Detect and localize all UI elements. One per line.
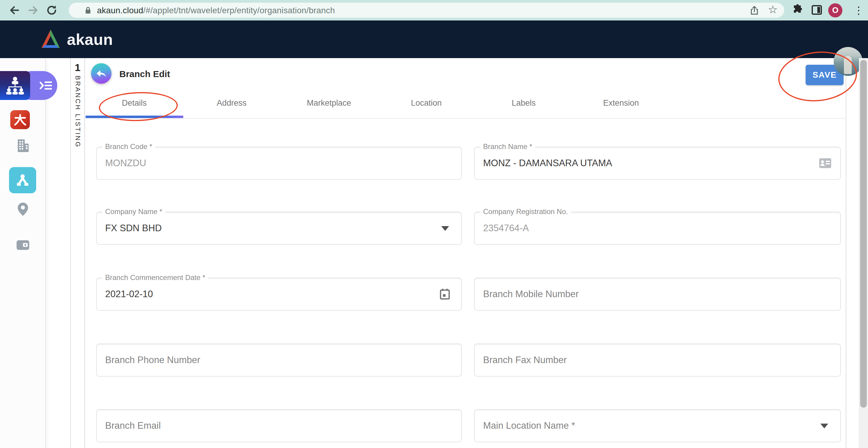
dai-character-icon (13, 113, 27, 127)
tab-bar: Details Address Marketplace Location Lab… (86, 90, 846, 118)
extensions-puzzle-icon[interactable] (792, 4, 804, 16)
browser-reload-icon[interactable] (46, 4, 58, 16)
sidebar-item-location[interactable] (0, 202, 46, 216)
url-text: akaun.cloud/#/applet/tnt/wavelet/erp/ent… (97, 6, 335, 15)
browser-forward-icon[interactable] (27, 4, 39, 16)
back-button[interactable] (91, 63, 112, 84)
brand-name: akaun (67, 30, 113, 48)
main-location-field[interactable]: Main Location Name * (474, 409, 841, 442)
menu-open-icon (39, 79, 53, 92)
back-arrow-icon (96, 68, 107, 78)
url-host: akaun.cloud (97, 6, 143, 15)
branch-name-label: Branch Name * (480, 142, 535, 151)
browser-toolbar: akaun.cloud/#/applet/tnt/wavelet/erp/ent… (0, 0, 868, 21)
branch-name-value: MONZ - DAMANSARA UTAMA (483, 158, 612, 169)
sidebar-item-organisation[interactable] (0, 71, 30, 100)
browser-profile-avatar[interactable]: O (828, 3, 842, 18)
tab-extension[interactable]: Extension (572, 90, 670, 115)
browser-back-icon[interactable] (8, 4, 21, 16)
url-path: /#/applet/tnt/wavelet/erp/entity/organis… (143, 6, 335, 15)
contact-card-icon[interactable] (818, 158, 832, 169)
lock-icon (84, 6, 92, 14)
akaun-logo: akaun (39, 29, 113, 50)
org-chart-icon (5, 76, 25, 95)
bookmark-star-icon[interactable]: ☆ (768, 3, 778, 16)
tab-labels[interactable]: Labels (475, 90, 572, 115)
wallet-icon (16, 239, 30, 251)
app-header: akaun (0, 21, 868, 58)
branch-edit-panel: Branch Edit SAVE Details Address Marketp… (86, 58, 846, 448)
branch-fax-placeholder: Branch Fax Number (483, 355, 567, 366)
tab-address[interactable]: Address (183, 90, 280, 115)
branch-code-field[interactable]: Branch Code * MONZDU (96, 147, 462, 180)
dropdown-caret-icon[interactable] (820, 424, 828, 428)
branch-phone-field[interactable]: Branch Phone Number (96, 344, 462, 377)
side-panel-icon[interactable] (811, 4, 823, 16)
branch-email-field[interactable]: Branch Email (96, 409, 462, 442)
main-location-placeholder: Main Location Name * (483, 420, 575, 431)
company-registration-value: 2354764-A (483, 223, 529, 234)
address-bar[interactable]: akaun.cloud/#/applet/tnt/wavelet/erp/ent… (69, 3, 784, 18)
share-icon[interactable] (749, 5, 760, 16)
listing-label: BRANCH LISTING (74, 76, 82, 148)
dropdown-caret-icon[interactable] (441, 226, 449, 231)
company-registration-label: Company Registration No. (480, 207, 571, 216)
branch-name-field[interactable]: Branch Name * MONZ - DAMANSARA UTAMA (474, 147, 841, 180)
calendar-icon[interactable] (439, 288, 450, 300)
scrollbar-thumb[interactable] (860, 60, 867, 408)
branch-code-label: Branch Code * (102, 142, 155, 151)
commencement-date-field[interactable]: Branch Commencement Date * 2021-02-10 (96, 278, 462, 311)
app-sidebar (0, 58, 46, 448)
branch-listing-collapsed-panel[interactable]: 1 BRANCH LISTING (70, 58, 85, 448)
branch-hierarchy-icon (16, 173, 30, 187)
branch-mobile-placeholder: Branch Mobile Number (483, 289, 579, 300)
sidebar-item-dai-applet[interactable] (10, 110, 30, 129)
branch-code-value: MONZDU (105, 158, 146, 169)
branch-mobile-field[interactable]: Branch Mobile Number (474, 278, 841, 311)
company-name-value: FX SDN BHD (105, 223, 162, 234)
tab-marketplace[interactable]: Marketplace (280, 90, 378, 115)
sidebar-item-branch[interactable] (9, 167, 36, 193)
browser-menu-icon[interactable]: ⋮ (854, 3, 864, 18)
branch-phone-placeholder: Branch Phone Number (105, 355, 200, 366)
sidebar-item-wallet[interactable] (0, 239, 46, 251)
commencement-date-value: 2021-02-10 (105, 289, 153, 300)
branch-email-placeholder: Branch Email (105, 420, 161, 431)
page-title: Branch Edit (119, 69, 170, 79)
listing-count: 1 (71, 62, 84, 73)
company-registration-field[interactable]: Company Registration No. 2354764-A (474, 212, 841, 245)
akaun-triangle-logo-icon (39, 29, 62, 50)
location-pin-icon (17, 202, 29, 216)
company-name-label: Company Name * (102, 207, 165, 216)
building-icon (16, 139, 30, 153)
page-scrollbar[interactable] (859, 58, 868, 448)
branch-fax-field[interactable]: Branch Fax Number (474, 344, 841, 377)
tab-location[interactable]: Location (378, 90, 475, 115)
commencement-date-label: Branch Commencement Date * (102, 273, 208, 282)
company-name-field[interactable]: Company Name * FX SDN BHD (96, 212, 462, 245)
sidebar-item-company[interactable] (0, 139, 46, 153)
tabs-divider (86, 118, 846, 118)
